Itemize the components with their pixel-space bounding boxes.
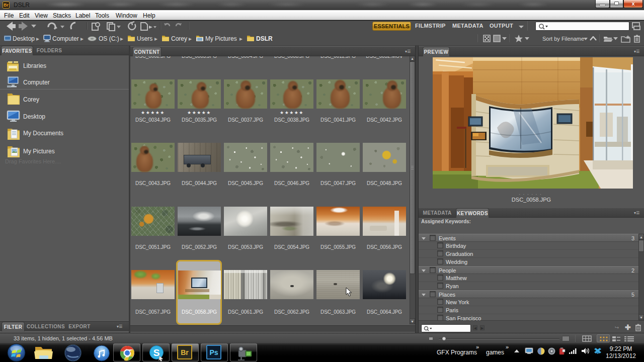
svg-text:S: S [153, 347, 160, 358]
